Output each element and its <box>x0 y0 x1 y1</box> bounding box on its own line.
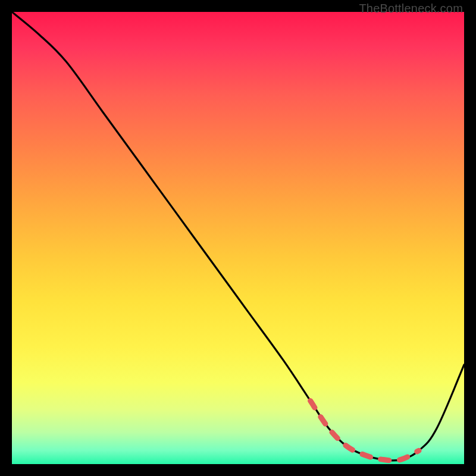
curve-path <box>12 12 464 461</box>
dashed-segment <box>311 401 419 461</box>
watermark-text: TheBottleneck.com <box>359 2 463 15</box>
chart-frame: TheBottleneck.com <box>0 0 476 476</box>
plot-area <box>12 12 464 464</box>
bottleneck-curve <box>12 12 464 464</box>
